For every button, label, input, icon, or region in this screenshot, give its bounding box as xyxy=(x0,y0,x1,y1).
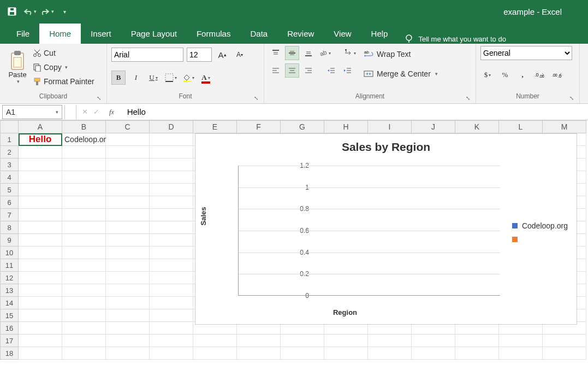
increase-decimal-button[interactable]: .0.00 xyxy=(533,68,547,82)
tab-review[interactable]: Review xyxy=(277,24,324,44)
cell[interactable] xyxy=(150,347,193,360)
cell[interactable] xyxy=(19,247,62,259)
cell[interactable] xyxy=(150,247,193,259)
cell[interactable] xyxy=(62,234,106,247)
wrap-text-button[interactable]: abWrap Text xyxy=(364,46,438,62)
cell[interactable] xyxy=(19,159,62,171)
cell[interactable] xyxy=(106,159,150,171)
row-header[interactable]: 16 xyxy=(0,322,19,335)
column-header[interactable]: E xyxy=(193,120,237,133)
row-header[interactable]: 14 xyxy=(0,297,19,309)
cut-button[interactable]: Cut xyxy=(33,47,94,59)
align-center-button[interactable] xyxy=(285,63,299,78)
chart[interactable]: Sales by Region00.20.40.60.811.2SalesReg… xyxy=(195,133,577,325)
column-header[interactable]: K xyxy=(455,120,499,133)
row-header[interactable]: 6 xyxy=(0,196,19,209)
cell[interactable] xyxy=(412,347,455,360)
cell[interactable] xyxy=(19,335,62,347)
font-color-button[interactable]: A▾ xyxy=(199,71,213,85)
cell[interactable] xyxy=(150,209,193,221)
cell[interactable] xyxy=(106,259,150,272)
cell[interactable] xyxy=(106,196,150,209)
cell[interactable] xyxy=(150,272,193,284)
cell[interactable]: Hello xyxy=(19,133,62,146)
cell[interactable] xyxy=(106,247,150,259)
decrease-decimal-button[interactable]: .00.0 xyxy=(550,68,565,82)
cell[interactable] xyxy=(150,234,193,247)
cell[interactable] xyxy=(150,133,193,146)
column-header[interactable]: L xyxy=(499,120,543,133)
format-painter-button[interactable]: Format Painter xyxy=(33,75,94,87)
column-header[interactable]: G xyxy=(281,120,324,133)
cell[interactable] xyxy=(150,221,193,234)
cell[interactable] xyxy=(62,322,106,335)
row-header[interactable]: 12 xyxy=(0,272,19,284)
cell[interactable] xyxy=(62,146,106,159)
qat-customize-icon[interactable]: ▾ xyxy=(57,4,72,19)
row-header[interactable]: 13 xyxy=(0,284,19,297)
cell[interactable] xyxy=(281,347,324,360)
formula-input[interactable] xyxy=(124,105,588,119)
cell[interactable] xyxy=(19,347,62,360)
cell[interactable] xyxy=(499,347,543,360)
underline-button[interactable]: U▾ xyxy=(146,71,161,85)
cell[interactable] xyxy=(19,196,62,209)
italic-button[interactable]: I xyxy=(129,71,143,85)
cell[interactable] xyxy=(106,184,150,196)
cell[interactable] xyxy=(19,259,62,272)
cell[interactable] xyxy=(19,309,62,322)
cell[interactable] xyxy=(62,309,106,322)
accounting-format-button[interactable]: $▾ xyxy=(480,68,495,82)
cell[interactable] xyxy=(19,297,62,309)
tab-file[interactable]: File xyxy=(7,24,39,44)
copy-button[interactable]: Copy▾ xyxy=(33,61,94,73)
cell[interactable] xyxy=(412,335,455,347)
align-top-button[interactable] xyxy=(269,46,283,60)
column-header[interactable]: C xyxy=(106,120,150,133)
paste-button[interactable]: Paste ▾ xyxy=(4,46,31,87)
row-header[interactable]: 8 xyxy=(0,221,19,234)
tab-insert[interactable]: Insert xyxy=(81,24,121,44)
cell[interactable] xyxy=(62,347,106,360)
column-header[interactable]: H xyxy=(324,120,368,133)
cell[interactable] xyxy=(324,335,368,347)
cell[interactable] xyxy=(150,297,193,309)
decrease-indent-button[interactable] xyxy=(324,63,338,78)
cell[interactable] xyxy=(62,259,106,272)
row-header[interactable]: 17 xyxy=(0,335,19,347)
cell[interactable] xyxy=(237,335,281,347)
merge-center-button[interactable]: Merge & Center▾ xyxy=(364,66,438,82)
cell[interactable] xyxy=(19,221,62,234)
ltr-button[interactable]: ¶▾ xyxy=(343,46,357,60)
fill-color-button[interactable]: ▾ xyxy=(181,71,195,85)
comma-format-button[interactable]: , xyxy=(515,68,530,82)
tab-data[interactable]: Data xyxy=(240,24,277,44)
name-box[interactable]: A1▾ xyxy=(2,105,62,119)
number-dialog-launcher[interactable]: ⤡ xyxy=(569,95,574,101)
row-header[interactable]: 1 xyxy=(0,133,19,146)
cell[interactable] xyxy=(19,284,62,297)
cell[interactable] xyxy=(368,347,412,360)
cell[interactable] xyxy=(62,247,106,259)
cell[interactable] xyxy=(106,335,150,347)
cell[interactable] xyxy=(62,221,106,234)
font-size-combo[interactable] xyxy=(187,48,212,62)
cell[interactable] xyxy=(368,335,412,347)
column-header[interactable]: J xyxy=(412,120,455,133)
cell[interactable] xyxy=(237,347,281,360)
undo-icon[interactable]: ▾ xyxy=(22,4,37,19)
cell[interactable] xyxy=(19,171,62,184)
cell[interactable] xyxy=(106,272,150,284)
row-header[interactable]: 15 xyxy=(0,309,19,322)
cell[interactable] xyxy=(543,347,586,360)
cancel-icon[interactable]: ✕ xyxy=(82,108,88,116)
row-header[interactable]: 4 xyxy=(0,171,19,184)
cell[interactable] xyxy=(19,272,62,284)
cell[interactable] xyxy=(150,196,193,209)
cell[interactable] xyxy=(19,322,62,335)
row-header[interactable]: 7 xyxy=(0,209,19,221)
column-header[interactable]: M xyxy=(543,120,586,133)
cell[interactable] xyxy=(106,297,150,309)
bold-button[interactable]: B xyxy=(111,71,126,85)
tab-formulas[interactable]: Formulas xyxy=(187,24,241,44)
